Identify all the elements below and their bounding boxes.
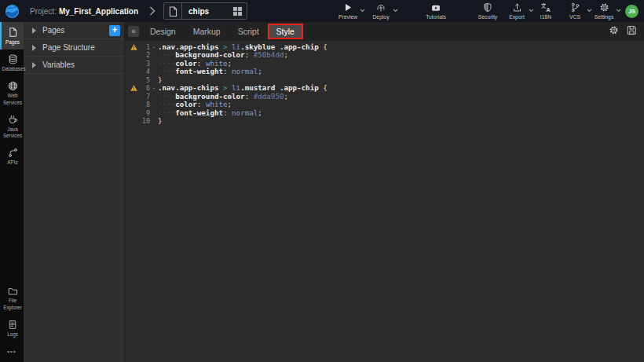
line-number: 9	[138, 109, 150, 117]
export-button[interactable]: Export	[504, 2, 529, 20]
line-number: 5	[138, 76, 150, 84]
i18n-button[interactable]: AI18N	[533, 2, 558, 20]
sidebar-item-label: Databases	[2, 66, 24, 72]
code-line[interactable]: 4····font-weight: normal;	[124, 68, 644, 75]
folder-icon	[8, 287, 18, 296]
user-avatar[interactable]: JS	[625, 5, 639, 18]
add-page-button[interactable]: +	[109, 25, 120, 36]
section-page-structure[interactable]: Page Structure	[24, 39, 124, 57]
sidebar-item-pages[interactable]: Pages	[0, 22, 24, 49]
section-label: Page Structure	[42, 43, 95, 52]
chevron-down-icon	[360, 9, 365, 13]
editor-area: « DesignMarkupScriptStyle 1-.nav.app-chi…	[124, 22, 644, 362]
deploy-button[interactable]: Deploy	[368, 2, 393, 20]
page-tab-name: chips	[182, 7, 228, 16]
action-label: Preview	[338, 14, 357, 20]
editor-tab-bar: DesignMarkupScriptStyle	[141, 22, 303, 41]
gear-icon	[609, 25, 619, 35]
code-text: ····font-weight: normal;	[158, 109, 262, 117]
log-icon	[8, 320, 17, 330]
section-label: Pages	[42, 26, 64, 35]
sidebar-item-label: Pages	[2, 39, 24, 46]
database-icon	[8, 54, 18, 64]
security-button[interactable]: Security	[475, 2, 500, 20]
warning-icon	[130, 85, 137, 91]
sidebar-item-label: Logs	[2, 331, 24, 338]
action-label: Tutorials	[426, 14, 446, 20]
save-icon	[627, 25, 637, 35]
line-number: 4	[138, 68, 150, 75]
sidebar-item-web-services[interactable]: Web Services	[0, 76, 24, 109]
sidebar-item-logs[interactable]: Logs	[0, 315, 24, 342]
sidebar-item-java-services[interactable]: Java Services	[0, 110, 24, 143]
vcs-button[interactable]: VCS	[562, 2, 587, 20]
tab-script[interactable]: Script	[229, 22, 268, 41]
tab-style[interactable]: Style	[268, 24, 303, 39]
left-rail-top: PagesDatabasesWeb ServicesJava ServicesA…	[0, 22, 24, 170]
action-label: Settings	[595, 14, 614, 20]
code-editor[interactable]: 1-.nav.app-chips > li.skyblue .app-chip …	[124, 41, 644, 362]
export-icon	[512, 2, 522, 13]
sidebar-item-databases[interactable]: Databases	[0, 49, 24, 76]
gutter-warning-cell	[129, 44, 138, 50]
left-rail-bottom: File ExplorerLogs	[0, 282, 24, 342]
sidebar-item-apis[interactable]: APIs	[0, 143, 24, 170]
caret-right-icon	[31, 27, 36, 34]
wavemaker-logo[interactable]	[0, 0, 24, 22]
pages-grid-icon[interactable]	[228, 3, 247, 19]
deploy-icon	[375, 2, 386, 13]
save-button[interactable]	[627, 24, 637, 38]
branch-icon	[570, 2, 580, 13]
topbar-right-actions: SecurityExportAI18NVCSSettings JS	[475, 2, 639, 20]
editor-toolbar	[609, 24, 637, 38]
action-label: Security	[478, 14, 498, 20]
tutorials-button[interactable]: Tutorials	[423, 2, 448, 20]
caret-right-icon	[31, 62, 36, 68]
coffee-icon	[8, 115, 18, 125]
shield-icon	[483, 2, 492, 13]
settings-button[interactable]: Settings	[591, 2, 617, 20]
sidebar-item-file-explorer[interactable]: File Explorer	[0, 282, 24, 314]
translate-icon: A	[540, 2, 551, 13]
sidebar-item-label: Java Services	[2, 126, 24, 139]
breadcrumb-chevron-icon	[149, 6, 156, 16]
fold-marker[interactable]: -	[150, 84, 158, 92]
collapse-panel-button[interactable]: «	[128, 26, 139, 37]
section-label: Variables	[42, 60, 75, 69]
chevron-down-icon	[393, 9, 398, 13]
fold-marker[interactable]: -	[150, 43, 158, 51]
warning-icon	[130, 44, 137, 50]
video-icon	[430, 2, 441, 13]
project-breadcrumb: Project:My_First_Application	[30, 7, 138, 16]
tab-design[interactable]: Design	[141, 22, 185, 41]
preview-button[interactable]: Preview	[335, 2, 360, 20]
left-rail: PagesDatabasesWeb ServicesJava ServicesA…	[0, 22, 24, 362]
top-bar: Project:My_First_Application chips Previ…	[0, 0, 644, 22]
more-options-button[interactable]: •••	[0, 342, 24, 362]
style-settings-button[interactable]	[609, 24, 619, 38]
topbar-left-actions: PreviewDeployTutorials	[247, 2, 448, 20]
sidebar-item-label: File Explorer	[2, 298, 24, 310]
line-number: 1	[138, 43, 150, 51]
document-icon	[164, 3, 182, 19]
play-icon	[343, 2, 353, 13]
section-variables[interactable]: Variables	[24, 57, 124, 74]
gutter-warning-cell	[129, 85, 138, 91]
tab-markup[interactable]: Markup	[185, 22, 229, 41]
left-rail-spacer	[0, 170, 24, 282]
sidebar-item-label: Web Services	[2, 93, 24, 105]
action-label: Deploy	[372, 14, 389, 20]
line-number: 2	[138, 51, 150, 59]
code-text: ····font-weight: normal;	[158, 68, 262, 75]
page-icon	[8, 27, 18, 38]
caret-right-icon	[31, 45, 36, 51]
code-line[interactable]: 9····font-weight: normal;	[124, 109, 644, 117]
code-line[interactable]: 10}	[124, 117, 644, 125]
globe-icon	[8, 81, 18, 91]
line-number: 6	[138, 84, 150, 92]
page-tab-chips[interactable]: chips	[163, 2, 247, 20]
line-number: 10	[138, 117, 150, 125]
project-name: My_First_Application	[59, 7, 138, 16]
section-pages[interactable]: Pages+	[24, 22, 124, 39]
wavemaker-studio-window: Project:My_First_Application chips Previ…	[0, 0, 644, 362]
